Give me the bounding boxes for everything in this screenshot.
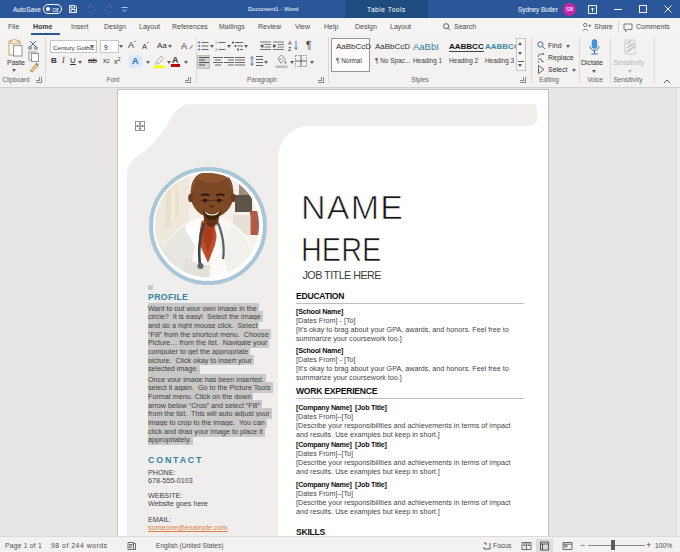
svg-text:2: 2 — [215, 47, 218, 51]
svg-text:Z: Z — [288, 46, 292, 51]
svg-text:A: A — [181, 41, 187, 51]
svg-text:1: 1 — [215, 41, 218, 45]
